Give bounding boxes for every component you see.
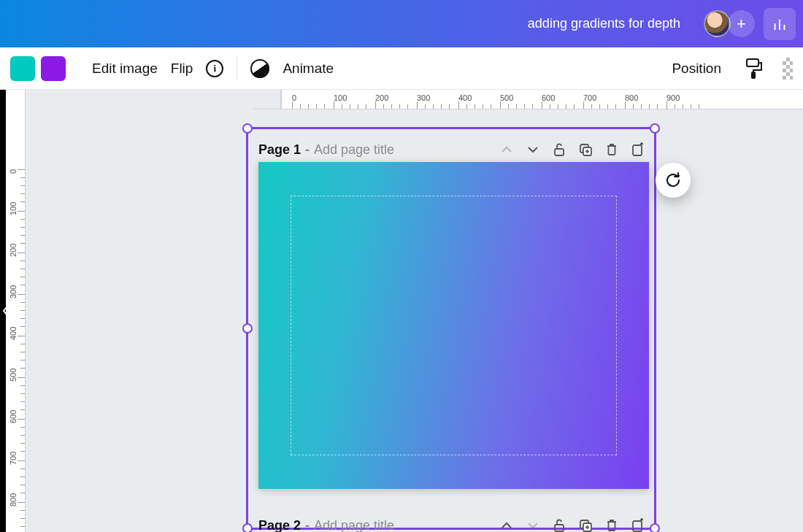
duplicate-page-button[interactable] [575, 139, 596, 161]
page-1-canvas[interactable] [258, 162, 649, 489]
trash-icon [605, 518, 618, 532]
format-painter-icon[interactable] [745, 58, 764, 80]
move-page-up-button [496, 139, 518, 161]
add-page-icon [631, 142, 645, 157]
unlock-icon [553, 518, 566, 532]
svg-rect-20 [633, 521, 642, 531]
svg-rect-14 [555, 525, 564, 531]
vertical-ruler[interactable]: 0100200300400500600700800 [6, 90, 26, 532]
analytics-button[interactable] [764, 8, 796, 40]
unlock-icon [553, 142, 566, 157]
chevron-down-icon [526, 143, 539, 156]
page-1-safe-area [291, 196, 617, 455]
color-swatch-1[interactable] [10, 56, 35, 81]
flip-button[interactable]: Flip [171, 61, 193, 77]
delete-page-button[interactable] [601, 514, 623, 532]
info-icon[interactable]: i [206, 60, 223, 77]
resize-handle-nw[interactable] [242, 123, 253, 134]
page-2-title-input[interactable]: Add page title [314, 518, 491, 533]
context-toolbar: Edit image Flip i Animate Position [0, 47, 803, 90]
move-page-down-button[interactable] [522, 139, 544, 161]
bar-chart-icon [772, 16, 788, 32]
transparency-checker-icon[interactable] [783, 58, 793, 80]
document-title[interactable]: adding gradients for depth [528, 16, 680, 31]
svg-rect-5 [555, 149, 564, 155]
move-page-up-button[interactable] [496, 514, 518, 532]
svg-rect-11 [633, 145, 642, 155]
page-2-header: Page 2 - Add page title [258, 514, 649, 532]
duplicate-icon [578, 142, 593, 157]
edit-image-button[interactable]: Edit image [92, 61, 158, 77]
refresh-sparkle-icon [664, 171, 683, 190]
add-page-button[interactable] [627, 514, 649, 532]
chevron-up-icon [500, 143, 513, 156]
add-page-button[interactable] [627, 139, 649, 161]
workspace: 0100200300400500600700800 01002003004005… [0, 90, 803, 532]
resize-handle-se[interactable] [650, 523, 660, 532]
svg-rect-4 [752, 72, 755, 78]
svg-rect-3 [747, 59, 758, 66]
lock-page-button[interactable] [548, 139, 570, 161]
move-page-down-button [522, 514, 544, 532]
share-add-button[interactable]: + [728, 10, 755, 37]
svg-rect-10 [609, 146, 615, 155]
trash-icon [605, 142, 618, 157]
delete-page-button[interactable] [601, 139, 623, 161]
svg-rect-19 [609, 522, 615, 531]
transparency-icon[interactable] [250, 59, 269, 78]
duplicate-page-button[interactable] [575, 514, 596, 532]
resize-handle-w[interactable] [242, 323, 253, 334]
chevron-down-icon [526, 519, 539, 532]
add-page-icon [631, 518, 645, 532]
animate-button[interactable]: Animate [283, 61, 334, 77]
app-header: adding gradients for depth + [0, 0, 803, 47]
position-button[interactable]: Position [672, 61, 721, 77]
user-avatar[interactable] [704, 10, 731, 37]
page-2-label: Page 2 [258, 518, 301, 533]
color-swatch-2[interactable] [41, 56, 66, 81]
page-1-label: Page 1 [258, 142, 301, 158]
ai-regenerate-button[interactable] [656, 163, 691, 198]
resize-handle-sw[interactable] [242, 523, 253, 532]
canvas-scroll-area[interactable]: 0100200300400500600700800900 Page 1 - Ad… [26, 90, 803, 532]
resize-handle-ne[interactable] [650, 123, 660, 134]
page-1-header: Page 1 - Add page title [258, 139, 649, 161]
lock-page-button[interactable] [548, 514, 570, 532]
duplicate-icon [578, 518, 593, 532]
chevron-up-icon [500, 519, 513, 532]
page-1-title-input[interactable]: Add page title [314, 142, 491, 158]
ruler-corner [253, 90, 281, 109]
horizontal-ruler[interactable]: 0100200300400500600700800900 [281, 90, 803, 109]
